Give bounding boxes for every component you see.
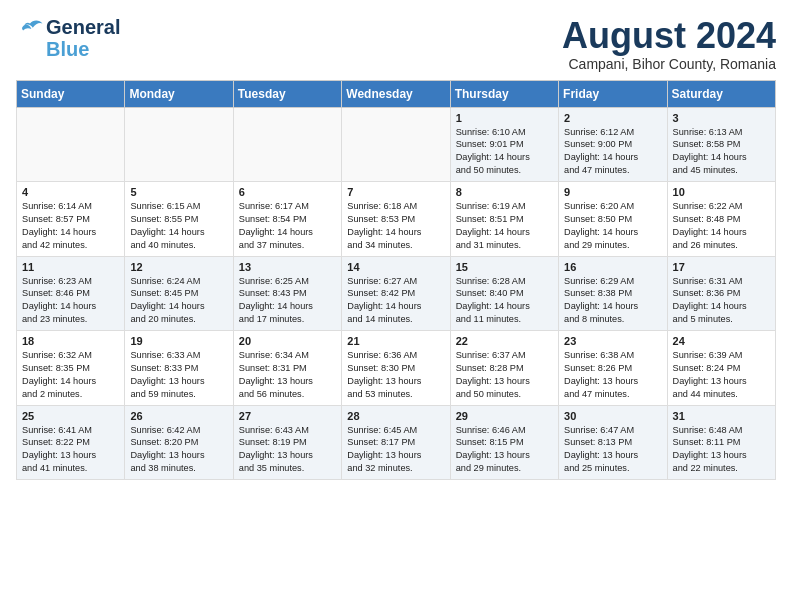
day-info: Sunrise: 6:17 AM Sunset: 8:54 PM Dayligh… (239, 200, 336, 252)
day-info: Sunrise: 6:20 AM Sunset: 8:50 PM Dayligh… (564, 200, 661, 252)
calendar-cell: 26Sunrise: 6:42 AM Sunset: 8:20 PM Dayli… (125, 405, 233, 480)
day-info: Sunrise: 6:23 AM Sunset: 8:46 PM Dayligh… (22, 275, 119, 327)
calendar-cell: 1Sunrise: 6:10 AM Sunset: 9:01 PM Daylig… (450, 107, 558, 182)
calendar-week-row: 1Sunrise: 6:10 AM Sunset: 9:01 PM Daylig… (17, 107, 776, 182)
calendar-cell: 13Sunrise: 6:25 AM Sunset: 8:43 PM Dayli… (233, 256, 341, 331)
logo-text-general: General (46, 16, 120, 38)
logo-bird-icon (16, 18, 44, 36)
day-info: Sunrise: 6:14 AM Sunset: 8:57 PM Dayligh… (22, 200, 119, 252)
day-info: Sunrise: 6:33 AM Sunset: 8:33 PM Dayligh… (130, 349, 227, 401)
calendar-cell: 11Sunrise: 6:23 AM Sunset: 8:46 PM Dayli… (17, 256, 125, 331)
header-thursday: Thursday (450, 80, 558, 107)
calendar-cell: 7Sunrise: 6:18 AM Sunset: 8:53 PM Daylig… (342, 182, 450, 257)
calendar-cell: 24Sunrise: 6:39 AM Sunset: 8:24 PM Dayli… (667, 331, 775, 406)
day-info: Sunrise: 6:24 AM Sunset: 8:45 PM Dayligh… (130, 275, 227, 327)
calendar-week-row: 25Sunrise: 6:41 AM Sunset: 8:22 PM Dayli… (17, 405, 776, 480)
main-title: August 2024 (562, 16, 776, 56)
day-number: 6 (239, 186, 336, 198)
day-info: Sunrise: 6:42 AM Sunset: 8:20 PM Dayligh… (130, 424, 227, 476)
day-info: Sunrise: 6:18 AM Sunset: 8:53 PM Dayligh… (347, 200, 444, 252)
page-header: General Blue August 2024 Campani, Bihor … (16, 16, 776, 72)
calendar-cell: 23Sunrise: 6:38 AM Sunset: 8:26 PM Dayli… (559, 331, 667, 406)
day-number: 30 (564, 410, 661, 422)
day-number: 7 (347, 186, 444, 198)
day-info: Sunrise: 6:10 AM Sunset: 9:01 PM Dayligh… (456, 126, 553, 178)
calendar-cell: 5Sunrise: 6:15 AM Sunset: 8:55 PM Daylig… (125, 182, 233, 257)
day-info: Sunrise: 6:27 AM Sunset: 8:42 PM Dayligh… (347, 275, 444, 327)
calendar-cell: 9Sunrise: 6:20 AM Sunset: 8:50 PM Daylig… (559, 182, 667, 257)
logo-text-blue: Blue (46, 38, 89, 60)
day-number: 28 (347, 410, 444, 422)
day-info: Sunrise: 6:31 AM Sunset: 8:36 PM Dayligh… (673, 275, 770, 327)
day-info: Sunrise: 6:38 AM Sunset: 8:26 PM Dayligh… (564, 349, 661, 401)
day-info: Sunrise: 6:34 AM Sunset: 8:31 PM Dayligh… (239, 349, 336, 401)
day-info: Sunrise: 6:36 AM Sunset: 8:30 PM Dayligh… (347, 349, 444, 401)
calendar-cell: 17Sunrise: 6:31 AM Sunset: 8:36 PM Dayli… (667, 256, 775, 331)
header-sunday: Sunday (17, 80, 125, 107)
calendar-cell: 14Sunrise: 6:27 AM Sunset: 8:42 PM Dayli… (342, 256, 450, 331)
day-number: 10 (673, 186, 770, 198)
day-info: Sunrise: 6:37 AM Sunset: 8:28 PM Dayligh… (456, 349, 553, 401)
day-number: 31 (673, 410, 770, 422)
header-saturday: Saturday (667, 80, 775, 107)
day-info: Sunrise: 6:19 AM Sunset: 8:51 PM Dayligh… (456, 200, 553, 252)
day-number: 13 (239, 261, 336, 273)
calendar-cell: 8Sunrise: 6:19 AM Sunset: 8:51 PM Daylig… (450, 182, 558, 257)
day-info: Sunrise: 6:48 AM Sunset: 8:11 PM Dayligh… (673, 424, 770, 476)
day-number: 1 (456, 112, 553, 124)
day-info: Sunrise: 6:39 AM Sunset: 8:24 PM Dayligh… (673, 349, 770, 401)
day-info: Sunrise: 6:22 AM Sunset: 8:48 PM Dayligh… (673, 200, 770, 252)
day-number: 29 (456, 410, 553, 422)
title-block: August 2024 Campani, Bihor County, Roman… (562, 16, 776, 72)
day-number: 18 (22, 335, 119, 347)
day-number: 20 (239, 335, 336, 347)
calendar-cell: 31Sunrise: 6:48 AM Sunset: 8:11 PM Dayli… (667, 405, 775, 480)
day-number: 23 (564, 335, 661, 347)
day-info: Sunrise: 6:41 AM Sunset: 8:22 PM Dayligh… (22, 424, 119, 476)
day-info: Sunrise: 6:32 AM Sunset: 8:35 PM Dayligh… (22, 349, 119, 401)
day-info: Sunrise: 6:43 AM Sunset: 8:19 PM Dayligh… (239, 424, 336, 476)
day-number: 27 (239, 410, 336, 422)
calendar-cell (342, 107, 450, 182)
day-info: Sunrise: 6:25 AM Sunset: 8:43 PM Dayligh… (239, 275, 336, 327)
day-number: 12 (130, 261, 227, 273)
calendar-header-row: SundayMondayTuesdayWednesdayThursdayFrid… (17, 80, 776, 107)
calendar-week-row: 11Sunrise: 6:23 AM Sunset: 8:46 PM Dayli… (17, 256, 776, 331)
calendar-cell: 3Sunrise: 6:13 AM Sunset: 8:58 PM Daylig… (667, 107, 775, 182)
calendar-cell: 28Sunrise: 6:45 AM Sunset: 8:17 PM Dayli… (342, 405, 450, 480)
calendar-cell: 21Sunrise: 6:36 AM Sunset: 8:30 PM Dayli… (342, 331, 450, 406)
day-number: 19 (130, 335, 227, 347)
day-number: 2 (564, 112, 661, 124)
day-number: 17 (673, 261, 770, 273)
day-number: 15 (456, 261, 553, 273)
calendar-cell: 29Sunrise: 6:46 AM Sunset: 8:15 PM Dayli… (450, 405, 558, 480)
calendar-week-row: 4Sunrise: 6:14 AM Sunset: 8:57 PM Daylig… (17, 182, 776, 257)
day-number: 26 (130, 410, 227, 422)
calendar-cell: 6Sunrise: 6:17 AM Sunset: 8:54 PM Daylig… (233, 182, 341, 257)
day-info: Sunrise: 6:15 AM Sunset: 8:55 PM Dayligh… (130, 200, 227, 252)
calendar-cell: 30Sunrise: 6:47 AM Sunset: 8:13 PM Dayli… (559, 405, 667, 480)
day-info: Sunrise: 6:45 AM Sunset: 8:17 PM Dayligh… (347, 424, 444, 476)
calendar-cell: 15Sunrise: 6:28 AM Sunset: 8:40 PM Dayli… (450, 256, 558, 331)
day-number: 5 (130, 186, 227, 198)
day-number: 9 (564, 186, 661, 198)
calendar-cell: 22Sunrise: 6:37 AM Sunset: 8:28 PM Dayli… (450, 331, 558, 406)
day-info: Sunrise: 6:29 AM Sunset: 8:38 PM Dayligh… (564, 275, 661, 327)
calendar-cell: 18Sunrise: 6:32 AM Sunset: 8:35 PM Dayli… (17, 331, 125, 406)
day-number: 16 (564, 261, 661, 273)
day-info: Sunrise: 6:28 AM Sunset: 8:40 PM Dayligh… (456, 275, 553, 327)
calendar-cell: 12Sunrise: 6:24 AM Sunset: 8:45 PM Dayli… (125, 256, 233, 331)
calendar-cell: 20Sunrise: 6:34 AM Sunset: 8:31 PM Dayli… (233, 331, 341, 406)
header-wednesday: Wednesday (342, 80, 450, 107)
calendar-cell (125, 107, 233, 182)
subtitle: Campani, Bihor County, Romania (562, 56, 776, 72)
day-number: 21 (347, 335, 444, 347)
calendar-cell: 19Sunrise: 6:33 AM Sunset: 8:33 PM Dayli… (125, 331, 233, 406)
day-number: 3 (673, 112, 770, 124)
calendar-cell: 27Sunrise: 6:43 AM Sunset: 8:19 PM Dayli… (233, 405, 341, 480)
calendar-cell (17, 107, 125, 182)
day-number: 25 (22, 410, 119, 422)
header-friday: Friday (559, 80, 667, 107)
day-number: 8 (456, 186, 553, 198)
day-info: Sunrise: 6:13 AM Sunset: 8:58 PM Dayligh… (673, 126, 770, 178)
